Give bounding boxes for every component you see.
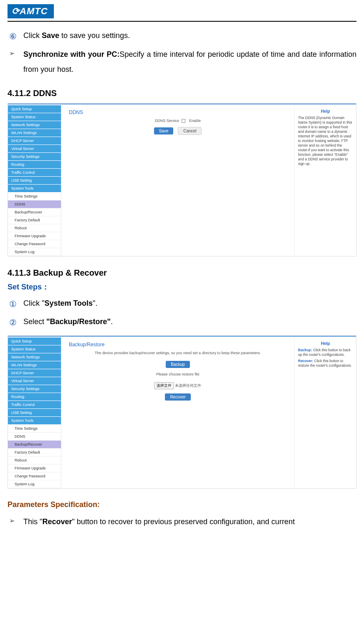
triangle-bullet-icon: ➢ <box>9 514 18 529</box>
step-1: ① Click "System Tools". <box>9 296 356 312</box>
sidebar-item[interactable]: System Status <box>8 345 61 353</box>
sidebar-sub-item[interactable]: Backup/Recover <box>8 208 61 216</box>
help-title: Help <box>298 109 353 114</box>
circle-1-icon: ① <box>9 296 18 312</box>
backup-help-panel: Help Backup: Click this button to back u… <box>294 337 356 488</box>
sidebar-item[interactable]: WLAN Settings <box>8 129 61 137</box>
sidebar-item[interactable]: Quick Setup <box>8 105 61 113</box>
sidebar-sub-item[interactable]: Factory Default <box>8 216 61 224</box>
sidebar-item[interactable]: Routing <box>8 393 61 401</box>
sidebar-item[interactable]: DHCP Server <box>8 369 61 377</box>
power-icon: ⟳ <box>12 6 20 17</box>
sidebar-item[interactable]: WLAN Settings <box>8 361 61 369</box>
panel-desc: The device provides backup/recover setti… <box>69 351 287 355</box>
no-file-label: 未选择任何文件 <box>175 383 201 388</box>
sidebar-sub-item[interactable]: Change Password <box>8 472 61 480</box>
panel-title: Backup/Restore <box>69 342 287 347</box>
heading-ddns: 4.11.2 DDNS <box>8 89 356 98</box>
sidebar-item[interactable]: Traffic Control <box>8 401 61 409</box>
sidebar-item[interactable]: System Status <box>8 113 61 121</box>
ddns-screenshot: Quick Setup System Status Network Settin… <box>8 103 356 256</box>
help-recover-line: Recover: Click this button to restore th… <box>298 359 353 368</box>
sidebar-sub-item[interactable]: Firmware Upgrade <box>8 232 61 240</box>
help-text: The DDNS (Dynamic Domain Name System) is… <box>298 116 353 167</box>
sidebar-item[interactable]: Virtual Server <box>8 377 61 385</box>
sidebar-sub-item-selected[interactable]: DDNS <box>8 200 61 208</box>
step-2: ② Select "Backup/Restore". <box>9 314 356 330</box>
sidebar-sub-item-selected[interactable]: Backup/Recover <box>8 441 61 449</box>
sidebar-sub-item[interactable]: DDNS <box>8 433 61 441</box>
sidebar-item[interactable]: Traffic Control <box>8 169 61 177</box>
sidebar-sub-item[interactable]: Change Password <box>8 240 61 248</box>
backup-button[interactable]: Backup <box>166 361 190 368</box>
backup-main-panel: Backup/Restore The device provides backu… <box>61 337 294 488</box>
sync-text: Synchronize with your PC:Specify a time … <box>23 47 356 77</box>
recover-button[interactable]: Recover <box>165 393 190 401</box>
step-2-text: Select "Backup/Restore". <box>23 314 113 330</box>
backup-sidebar: Quick Setup System Status Network Settin… <box>8 337 61 488</box>
brand-logo: ⟳AMTC <box>8 4 54 18</box>
ddns-main-panel: DDNS DDNS Service Enable Save Cancel <box>61 105 294 256</box>
sidebar-item[interactable]: Security Settings <box>8 153 61 161</box>
sidebar-sub-item[interactable]: Reboot <box>8 457 61 464</box>
recover-bullet: ➢ This "Recover" button to recover to pr… <box>9 514 356 529</box>
sidebar-item[interactable]: System Tools <box>8 417 61 425</box>
enable-checkbox[interactable] <box>182 119 185 123</box>
sidebar-sub-item[interactable]: Firmware Upgrade <box>8 464 61 472</box>
sidebar-item[interactable]: DHCP Server <box>8 137 61 145</box>
sync-bullet: ➢ Synchronize with your PC:Specify a tim… <box>9 47 356 77</box>
restore-label: Please choose restore file <box>69 372 287 376</box>
sidebar-item[interactable]: USB Setting <box>8 409 61 417</box>
ddns-help-panel: Help The DDNS (Dynamic Domain Name Syste… <box>294 105 356 256</box>
parameters-spec-heading: Parameters Specification: <box>8 500 356 509</box>
enable-label: Enable <box>189 119 201 123</box>
step-1-text: Click "System Tools". <box>23 296 97 312</box>
sidebar-item[interactable]: Virtual Server <box>8 145 61 153</box>
sidebar-sub-item[interactable]: System Log <box>8 248 61 256</box>
save-button[interactable]: Save <box>154 127 174 134</box>
sidebar-sub-item[interactable]: Factory Default <box>8 449 61 457</box>
recover-text: This "Recover" button to recover to prev… <box>23 514 295 529</box>
cancel-button[interactable]: Cancel <box>178 127 202 135</box>
brand-text: AMTC <box>20 6 48 16</box>
triangle-bullet-icon: ➢ <box>9 47 18 77</box>
ddns-service-row: DDNS Service Enable <box>69 119 287 123</box>
sidebar-sub-item[interactable]: Time Settings <box>8 193 61 200</box>
set-steps-label: Set Steps： <box>8 282 356 292</box>
circle-6-icon: ⑥ <box>9 28 18 44</box>
ddns-sidebar: Quick Setup System Status Network Settin… <box>8 105 61 256</box>
help-backup-line: Backup: Click this button to back up the… <box>298 348 353 357</box>
backup-screenshot: Quick Setup System Status Network Settin… <box>8 335 356 489</box>
step-6-text: Click Save to save you settings. <box>23 28 130 44</box>
sidebar-item[interactable]: System Tools <box>8 185 61 193</box>
heading-backup: 4.11.3 Backup & Recover <box>8 268 356 278</box>
file-chooser-row: 选择文件 未选择任何文件 <box>69 382 287 389</box>
sidebar-sub-item[interactable]: System Log <box>8 480 61 488</box>
ddns-service-label: DDNS Service <box>155 119 179 123</box>
choose-file-button[interactable]: 选择文件 <box>154 382 174 389</box>
sidebar-item[interactable]: Routing <box>8 161 61 169</box>
panel-title: DDNS <box>69 109 287 115</box>
sidebar-item[interactable]: Quick Setup <box>8 337 61 345</box>
help-title: Help <box>298 341 353 346</box>
header-bar: ⟳AMTC <box>8 0 356 22</box>
sidebar-item[interactable]: Network Settings <box>8 121 61 129</box>
sidebar-item[interactable]: Security Settings <box>8 385 61 393</box>
sidebar-item[interactable]: Network Settings <box>8 353 61 361</box>
sidebar-item[interactable]: USB Setting <box>8 177 61 185</box>
sidebar-sub-item[interactable]: Reboot <box>8 224 61 232</box>
step-6: ⑥ Click Save to save you settings. <box>9 28 356 44</box>
sidebar-sub-item[interactable]: Time Settings <box>8 425 61 433</box>
circle-2-icon: ② <box>9 314 18 330</box>
